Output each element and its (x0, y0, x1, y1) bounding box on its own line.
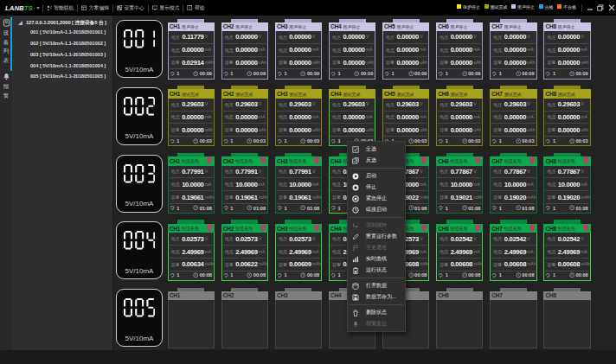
channel-card-005-ch2[interactable]: CH2 (221, 291, 268, 348)
restore-button[interactable] (595, 2, 606, 14)
channel-card-002-ch5[interactable]: CH5测试完成电压0.29603V电流0.00000mA容量0.00000uAh… (382, 89, 429, 146)
channel-name: CH7 (491, 226, 502, 232)
context-menu-item-open-data[interactable]: 打开数据 (348, 280, 405, 291)
channel-card-002-ch3[interactable]: CH3测试完成电压0.29603V电流0.00000mA容量0.00000uAh… (275, 89, 322, 146)
channel-capacity-row: 容量0.00000uAh (438, 124, 481, 137)
device-display-003[interactable]: 5V/10mA (116, 155, 163, 213)
current-unit: mA (259, 182, 266, 187)
channel-card-001-ch1[interactable]: CH1用户停止电压0.11779V电流0.00000mA容量0.02914mAh… (168, 22, 215, 80)
channel-voltage-row: 电压0.00000V (438, 31, 481, 44)
bottom-strip (0, 350, 616, 364)
channel-card-002-ch6[interactable]: CH6测试完成电压0.29603V电流0.00000mA容量0.00000uAh… (436, 89, 483, 146)
channel-card-003-ch7[interactable]: CH7恒流充电电压0.77867V电流10.0000mA容量0.19020mAh… (490, 156, 536, 214)
channel-card-001-ch7[interactable]: CH7用户停止电压0.00000V电流0.00000mA容量0.00000uAh… (490, 22, 536, 80)
tree-item-device-2[interactable]: 002 [ 5V/10mA-1.1-20180501002 ] (12, 38, 112, 49)
channel-card-001-ch5[interactable]: CH5用户停止电压0.00000V电流0.00000mA容量0.00000uAh… (382, 22, 429, 80)
close-button[interactable] (606, 2, 616, 14)
channel-card-002-ch2[interactable]: CH2测试完成电压0.29603V电流0.00000mA容量0.00000uAh… (221, 89, 268, 146)
channel-card-004-ch8[interactable]: CH8恒流充电电压0.02542V电流2.49969mA容量0.00608mAh… (543, 224, 590, 281)
channel-card-005-ch1[interactable]: CH1 (168, 291, 215, 348)
channel-card-001-ch2[interactable]: CH2用户停止电压0.00000V电流0.00000mA容量0.00000uAh… (221, 22, 268, 80)
device-display-005[interactable]: 5V/10mA (116, 289, 163, 347)
channel-card-002-ch7[interactable]: CH7测试完成电压0.29603V电流0.00000mA容量0.00000uAh… (490, 89, 536, 146)
channel-header: CH6恒流充电 (436, 224, 483, 233)
voltage-value: 0.02542 (558, 235, 580, 243)
channel-card-001-ch8[interactable]: CH8用户停止电压0.00000V电流0.00000mA容量0.00000uAh… (543, 22, 590, 80)
channel-card-005-ch7[interactable]: CH7 (490, 291, 536, 348)
context-menu-item-run-status[interactable]: 运行状态 (348, 265, 405, 276)
context-menu-item-start[interactable]: 启动 (348, 170, 405, 182)
app-logo[interactable]: LANBTS (5, 4, 40, 12)
channel-card-004-ch6[interactable]: CH6恒流充电电压0.02542V电流2.49969mA容量0.00608mAh… (436, 224, 483, 281)
channel-voltage-row: 电压0.02573V (277, 233, 320, 246)
menubar-item-1[interactable]: 智能联机 (46, 0, 75, 16)
capacity-value: 0.00000 (289, 126, 311, 134)
channel-capacity-row: 容量0.19020mAh (545, 191, 588, 204)
tree-item-device-5[interactable]: 005 [ 5V/10mA-1.1-20180501005 ] (12, 71, 112, 82)
capacity-value: 0.02914 (182, 59, 203, 67)
tree-item-device-3[interactable]: 003 [ 5V/10mA-1.1-20180501003 ] (12, 49, 112, 61)
battery-charging-icon (529, 157, 536, 164)
current-value: 2.49969 (289, 248, 311, 256)
channel-card-001-ch4[interactable]: CH4用户停止电压0.00000V电流0.00000mA容量0.00000uAh… (329, 22, 375, 80)
channel-card-002-ch1[interactable]: CH1测试完成电压0.29603V电流0.00000mA容量0.00000uAh… (168, 89, 215, 146)
channel-status-label: 测试完成 (343, 92, 360, 97)
tree-item-device-4[interactable]: 004 [ 5V/10mA-1.1-20180501004 ] (12, 60, 112, 71)
menubar-item-3[interactable]: 设置中心 (116, 0, 145, 16)
context-menu-item-invert-select[interactable]: 反选 (348, 155, 405, 166)
cycle-icon (277, 272, 283, 278)
voltage-value: 0.77867 (558, 168, 580, 176)
channel-capacity-row: 容量0.00000uAh (491, 57, 535, 70)
context-menu-item-emergency-stop[interactable]: 紧急停止 (348, 193, 405, 204)
channel-card-004-ch7[interactable]: CH7恒流充电电压0.02542V电流2.49969mA容量0.00608mAh… (490, 224, 536, 281)
channel-card-003-ch3[interactable]: CH3恒流充电电压0.77991V电流10.0000mA容量0.19061mAh… (275, 156, 322, 214)
device-tree-panel: 127.0.0.1:2001,2000 [ 连接设备5 台 ] 001 [ 5V… (12, 16, 112, 350)
channel-card-003-ch8[interactable]: CH8恒流充电电压0.77867V电流10.0000mA容量0.19020mAh… (543, 156, 590, 214)
capacity-unit: mAh (581, 195, 589, 200)
menubar-item-2[interactable]: 方案编辑 (80, 0, 110, 16)
elapsed-time: 01:08 (575, 206, 587, 211)
current-label: 电流 (279, 249, 287, 254)
capacity-unit: uAh (420, 61, 427, 65)
device-display-004[interactable]: 5V/10mA (116, 221, 163, 279)
minimize-button[interactable] (585, 2, 596, 14)
device-display-001[interactable]: 5V/10mA (116, 20, 163, 78)
device-display-002[interactable]: 5V/10mA (116, 87, 163, 145)
channel-card-002-ch8[interactable]: CH8测试完成电压0.29603V电流0.00000mA容量0.00000uAh… (543, 89, 590, 146)
channel-name: CH5 (384, 91, 395, 97)
context-menu-item-delete-status[interactable]: 删除状态 (348, 307, 405, 318)
channel-card-004-ch1[interactable]: CH1恒流充电电压0.02573V电流2.49969mA容量0.00634mAh… (168, 224, 215, 281)
channel-card-004-ch2[interactable]: CH2恒流充电电压0.02573V电流2.49969mA容量0.00622mAh… (221, 224, 268, 281)
context-menu-item-stop[interactable]: 停止 (348, 182, 405, 193)
channel-header: CH5用户停止 (382, 22, 429, 32)
channel-card-003-ch1[interactable]: CH1恒流充电电压0.77991V电流10.0000mA容量0.19061mAh… (168, 156, 215, 214)
channel-card-005-ch3[interactable]: CH3 (275, 291, 322, 348)
context-menu-item-realtime-curve[interactable]: 实时曲线 (348, 253, 405, 265)
context-menu-item-select-all[interactable]: 全选 (348, 144, 405, 155)
smart-link-icon (47, 5, 53, 11)
menubar-item-4[interactable]: 显示模式 (151, 0, 181, 16)
tree-item-device-1[interactable]: 001 [ 5V/10mA-1.1-20180501001 ] (12, 27, 112, 38)
channel-status-label: 恒流充电 (289, 158, 306, 163)
capacity-value: 0.00000 (235, 59, 257, 67)
current-value: 0.00000 (451, 46, 472, 54)
channel-card-002-ch4[interactable]: CH4测试完成电压0.29603V电流0.00000mA容量0.00000uAh… (329, 89, 375, 146)
channel-card-004-ch3[interactable]: CH3恒流充电电压0.02573V电流2.49969mA容量0.00609mAh… (275, 224, 322, 281)
channel-current-row: 电流2.49969mA (491, 246, 535, 259)
channel-card-001-ch3[interactable]: CH3用户停止电压0.00000V电流0.00000mA容量0.00000uAh… (275, 22, 322, 80)
context-menu-separator (350, 304, 403, 305)
channel-current-row: 电流0.00000mA (384, 112, 427, 125)
menubar-item-5[interactable]: 帮助 (186, 0, 205, 16)
channel-name: CH8 (545, 158, 555, 164)
channel-card-001-ch6[interactable]: CH6用户停止电压0.00000V电流0.00000mA容量0.00000uAh… (436, 22, 483, 80)
channel-current-row: 电流10.0000mA (491, 178, 535, 191)
context-menu-item-reset-params[interactable]: 重置运行参数 (348, 231, 405, 242)
channel-card-003-ch6[interactable]: CH6恒流充电电压0.77867V电流10.0000mA容量0.19021mAh… (436, 156, 483, 214)
channel-card-005-ch8[interactable]: CH8 (543, 291, 590, 348)
context-menu-item-resume-start[interactable]: 续接启动 (348, 204, 405, 215)
channel-header: CH2恒流充电 (221, 156, 268, 166)
side-tab-2[interactable]: 报警 (0, 73, 12, 100)
channel-card-003-ch2[interactable]: CH2恒流充电电压0.77991V电流10.0000mA容量0.19061mAh… (221, 156, 268, 214)
context-menu-item-save-data-as[interactable]: 数据另存为... (348, 291, 405, 303)
channel-card-005-ch6[interactable]: CH6 (436, 291, 483, 348)
